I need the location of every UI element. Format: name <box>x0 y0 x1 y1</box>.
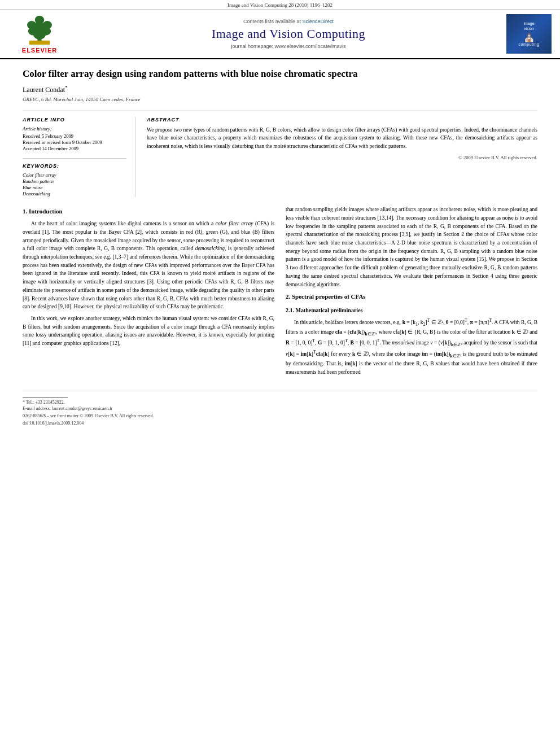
main-content: Color filter array design using random p… <box>0 59 560 437</box>
svg-point-5 <box>27 21 37 29</box>
footnote-tel: * Tel.: +33 231452922. <box>23 400 537 405</box>
subsection2-1-number: 2.1. <box>286 307 294 313</box>
elsevier-text: ELSEVIER <box>22 47 57 54</box>
intro-paragraph-1: At the heart of color imaging systems li… <box>23 220 274 311</box>
elsevier-tree-icon <box>17 15 62 46</box>
section1-name: Introduction <box>29 208 63 215</box>
badge-icon: ⛪ <box>523 32 535 42</box>
journal-header: ELSEVIER Contents lists available at Sci… <box>0 10 560 59</box>
journal-title: Image and Vision Computing <box>212 27 365 41</box>
badge-line3: computing <box>519 42 540 47</box>
email-link[interactable]: laurent.condat@greyc.ensicaen.fr <box>52 406 113 411</box>
affiliation: GREYC, 6 Bd. Maréchal Juin, 14050 Caen c… <box>23 97 537 102</box>
section1-title: 1. Introduction <box>23 207 274 216</box>
keyword-2: Random pattern <box>23 178 126 184</box>
page-footer: * Tel.: +33 231452922. E-mail address: l… <box>23 391 537 426</box>
right-column: that random sampling yields images where… <box>286 206 537 379</box>
footnote-email: E-mail address: laurent.condat@greyc.ens… <box>23 406 537 411</box>
article-info: ARTICLE INFO Article history: Received 5… <box>23 117 135 197</box>
header-center: Contents lists available at ScienceDirec… <box>79 14 498 54</box>
sciencedirect-prefix: Contents lists available at <box>243 19 301 24</box>
section1-number: 1. <box>23 208 27 215</box>
section2-number: 2. <box>286 293 290 300</box>
journal-homepage: journal homepage: www.elsevier.com/locat… <box>231 43 345 49</box>
badge-line1: image vision <box>523 21 534 31</box>
section2-title: 2. Spectral properties of CFAs <box>286 292 537 302</box>
page-wrapper: Image and Vision Computing 28 (2010) 119… <box>0 0 560 437</box>
left-column: 1. Introduction At the heart of color im… <box>23 206 274 379</box>
keyword-3: Blue noise <box>23 185 126 190</box>
doi-line: doi:10.1016/j.imavis.2009.12.004 <box>23 421 537 426</box>
keyword-1: Color filter array <box>23 172 126 178</box>
author-name: Laurent Condat* <box>23 85 537 94</box>
keyword-4: Demosaicking <box>23 191 126 196</box>
footnote-divider <box>23 397 68 397</box>
article-info-title: ARTICLE INFO <box>23 117 126 123</box>
svg-point-6 <box>43 21 53 29</box>
copyright-line: © 2009 Elsevier B.V. All rights reserved… <box>147 155 537 160</box>
svg-point-7 <box>35 15 45 24</box>
homepage-prefix: journal homepage: www.elsevier.com/locat… <box>231 43 345 49</box>
abstract-title: ABSTRACT <box>147 117 537 123</box>
sciencedirect-link[interactable]: ScienceDirect <box>303 19 334 24</box>
article-meta: ARTICLE INFO Article history: Received 5… <box>23 111 537 197</box>
abstract-section: ABSTRACT We propose two new types of ran… <box>147 117 537 197</box>
author-name-text: Laurent Condat <box>23 86 65 94</box>
history-received: Received 5 February 2009 <box>23 133 126 139</box>
history-revised: Received in revised form 9 October 2009 <box>23 139 126 145</box>
keywords-section: Keywords: Color filter array Random patt… <box>23 158 126 196</box>
abstract-text: We propose two new types of random patte… <box>147 126 537 150</box>
svg-rect-8 <box>29 40 50 44</box>
keywords-label: Keywords: <box>23 163 126 169</box>
history-accepted: Accepted 14 December 2009 <box>23 146 126 151</box>
journal-reference-bar: Image and Vision Computing 28 (2010) 119… <box>0 0 560 10</box>
footnote-star-text: * Tel.: +33 231452922. <box>23 400 65 405</box>
intro-paragraph-2: In this work, we explore another strateg… <box>23 314 274 348</box>
email-label: E-mail address: <box>23 406 51 411</box>
elsevier-logo: ELSEVIER <box>17 15 62 54</box>
body-columns: 1. Introduction At the heart of color im… <box>23 206 537 379</box>
elsevier-logo-container: ELSEVIER <box>6 14 73 54</box>
journal-badge-container: image vision ⛪ computing <box>504 14 554 54</box>
subsection2-1-name: Mathematical preliminaries <box>296 307 363 313</box>
journal-badge: image vision ⛪ computing <box>506 14 552 54</box>
paper-title: Color filter array design using random p… <box>23 68 537 80</box>
section2-paragraph-1: In this article, boldface letters denote… <box>286 317 537 377</box>
issn-line: 0262-8856/$ – see front matter © 2009 El… <box>23 413 537 418</box>
sciencedirect-line: Contents lists available at ScienceDirec… <box>243 19 334 24</box>
section2-name: Spectral properties of CFAs <box>292 293 366 300</box>
article-history: Article history: Received 5 February 200… <box>23 126 126 151</box>
history-label: Article history: <box>23 126 126 132</box>
intro-paragraph-3: that random sampling yields images where… <box>286 206 537 289</box>
subsection2-1-title: 2.1. Mathematical preliminaries <box>286 306 537 315</box>
journal-reference: Image and Vision Computing 28 (2010) 119… <box>228 2 333 8</box>
author-sup: * <box>65 85 68 90</box>
